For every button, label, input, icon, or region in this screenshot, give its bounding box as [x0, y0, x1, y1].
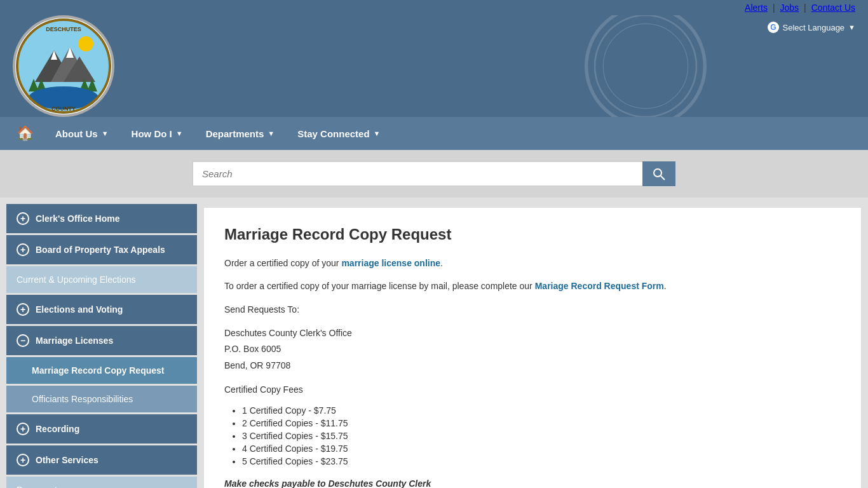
minus-icon-marriage: − [17, 334, 29, 347]
sidebar-item-clerks-office-home[interactable]: + Clerk's Office Home [6, 204, 197, 233]
fees-list: 1 Certified Copy - $7.75 2 Certified Cop… [224, 405, 841, 466]
sidebar-subitem-marriage-record[interactable]: Marriage Record Copy Request [6, 357, 197, 384]
jobs-link[interactable]: Jobs [780, 3, 799, 13]
svg-text:COUNTY: COUNTY [51, 105, 76, 112]
svg-point-0 [587, 15, 705, 117]
marriage-license-online-link[interactable]: marriage license online [341, 258, 440, 268]
list-item: 4 Certified Copies - $19.75 [242, 444, 841, 454]
search-input[interactable] [193, 161, 642, 186]
fees-heading: Certified Copy Fees [224, 383, 841, 396]
how-do-i-arrow: ▼ [176, 130, 183, 137]
svg-point-1 [595, 15, 696, 117]
home-nav-button[interactable]: 🏠 [6, 119, 44, 148]
search-button[interactable] [642, 161, 675, 186]
sidebar-label-marriage: Marriage Licenses [36, 336, 113, 346]
sidebar-item-documents[interactable]: Documents [6, 477, 197, 488]
separator-1: | [773, 3, 775, 13]
nav-stay-connected[interactable]: Stay Connected ▼ [286, 119, 391, 148]
select-language-label[interactable]: Select Language [783, 23, 845, 32]
svg-text:G: G [770, 23, 776, 32]
header: DESCHUTES COUNTY G Select Language ▼ [0, 15, 868, 117]
language-dropdown-arrow: ▼ [848, 24, 855, 31]
sidebar-label-recording: Recording [36, 424, 79, 434]
mail-paragraph: To order a certified copy of your marria… [224, 279, 841, 293]
sidebar-label-marriage-record: Marriage Record Copy Request [32, 365, 165, 376]
about-us-arrow: ▼ [102, 130, 109, 137]
sidebar-label-tax: Board of Property Tax Appeals [36, 245, 165, 255]
plus-icon-evoting: + [17, 303, 29, 316]
sidebar-item-marriage-licenses[interactable]: − Marriage Licenses [6, 326, 197, 355]
sidebar-item-other-services[interactable]: + Other Services [6, 445, 197, 475]
plus-icon-recording: + [17, 423, 29, 435]
nav-how-do-i[interactable]: How Do I ▼ [120, 119, 194, 148]
sidebar-label-clerks: Clerk's Office Home [36, 214, 120, 224]
svg-point-14 [78, 36, 93, 51]
list-item: 5 Certified Copies - $23.75 [242, 456, 841, 466]
marriage-record-form-link[interactable]: Mariage Record Request Form [535, 281, 664, 291]
main-content-card: Marriage Record Copy Request Order a cer… [203, 207, 862, 488]
search-icon [653, 168, 665, 180]
page-title: Marriage Record Copy Request [224, 226, 841, 243]
main-nav: 🏠 About Us ▼ How Do I ▼ Departments ▼ St… [0, 117, 868, 150]
address-line-1: Deschutes County Clerk's Office [224, 325, 841, 341]
sidebar-label-elections: Current & Upcoming Elections [17, 274, 136, 285]
svg-point-20 [654, 169, 661, 177]
sidebar-item-current-elections[interactable]: Current & Upcoming Elections [6, 266, 197, 293]
content-wrapper: + Clerk's Office Home + Board of Propert… [0, 198, 868, 488]
address-line-3: Bend, OR 97708 [224, 358, 841, 374]
logo-svg: DESCHUTES COUNTY [16, 18, 111, 114]
contact-us-link[interactable]: Contact Us [811, 3, 855, 13]
address-block: Deschutes County Clerk's Office P.O. Box… [224, 325, 841, 374]
intro-paragraph: Order a certified copy of your marriage … [224, 256, 841, 270]
svg-point-2 [603, 24, 688, 108]
plus-icon-other: + [17, 454, 29, 466]
svg-line-21 [661, 176, 665, 180]
sidebar-subitem-officiants[interactable]: Officiants Responsibilities [6, 386, 197, 412]
list-item: 1 Certified Copy - $7.75 [242, 405, 841, 416]
search-section [0, 150, 868, 198]
sidebar-label-evoting: Elections and Voting [36, 304, 123, 315]
sidebar-label-officiants: Officiants Responsibilities [32, 394, 133, 404]
sidebar-item-board-property-tax[interactable]: + Board of Property Tax Appeals [6, 235, 197, 264]
alerts-link[interactable]: Alerts [745, 3, 768, 13]
address-line-2: P.O. Box 6005 [224, 341, 841, 357]
main-content: Marriage Record Copy Request Order a cer… [197, 198, 868, 488]
search-box [193, 161, 675, 186]
send-requests-label: Send Requests To: [224, 302, 841, 316]
list-item: 2 Certified Copies - $11.75 [242, 418, 841, 428]
sidebar-label-documents: Documents [17, 485, 62, 488]
sidebar-label-other: Other Services [36, 455, 98, 465]
nav-departments[interactable]: Departments ▼ [194, 119, 287, 148]
nav-about-us[interactable]: About Us ▼ [44, 119, 120, 148]
logo[interactable]: DESCHUTES COUNTY [13, 15, 114, 117]
plus-icon-tax: + [17, 243, 29, 256]
language-selector[interactable]: G Select Language ▼ [768, 22, 855, 33]
bg-seal-decoration [550, 15, 741, 117]
make-checks-text: Make checks payable to Deschutes County … [224, 477, 841, 488]
stay-connected-arrow: ▼ [374, 130, 381, 137]
separator-2: | [804, 3, 806, 13]
plus-icon-clerks: + [17, 212, 29, 225]
sidebar-item-elections-voting[interactable]: + Elections and Voting [6, 295, 197, 324]
sidebar: + Clerk's Office Home + Board of Propert… [0, 198, 197, 488]
departments-arrow: ▼ [268, 130, 275, 137]
list-item: 3 Certified Copies - $15.75 [242, 431, 841, 441]
google-g-icon: G [768, 22, 779, 33]
top-utility-bar: Alerts | Jobs | Contact Us [0, 0, 868, 15]
sidebar-item-recording[interactable]: + Recording [6, 414, 197, 444]
svg-text:DESCHUTES: DESCHUTES [46, 26, 81, 32]
